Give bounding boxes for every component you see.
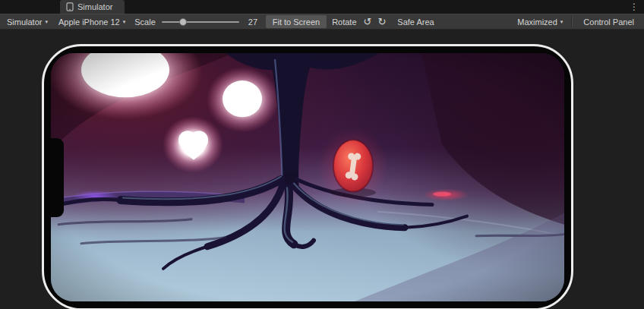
simulated-screen[interactable] [51,53,564,301]
toolbar-separator [571,17,572,27]
window-mode-dropdown[interactable]: Maximized ▾ [512,14,568,29]
scale-slider-track [162,21,239,23]
rotate-ccw-icon[interactable]: ↺ [361,14,375,29]
control-panel-button[interactable]: Control Panel [576,15,641,28]
window-menu-icon[interactable]: ⋮ [624,0,644,14]
game-scene [51,53,564,301]
scale-slider[interactable] [162,14,239,29]
rotate-cw-icon[interactable]: ↻ [374,14,389,29]
scale-label: Scale [131,17,159,27]
device-dropdown-label: Apple iPhone 12 [58,17,120,27]
scale-value: 27 [242,17,264,27]
device-dropdown[interactable]: Apple iPhone 12 ▾ [53,14,131,29]
safe-area-button[interactable]: Safe Area [390,15,440,28]
device-icon [66,2,74,11]
chevron-down-icon: ▾ [123,19,126,25]
window-mode-label: Maximized [517,17,557,27]
iphone-12-frame [42,44,573,309]
chevron-down-icon: ▾ [560,19,564,25]
unity-simulator-window: Simulator ⋮ Simulator ▾ Apple iPhone 12 … [0,0,644,309]
simulator-mode-label: Simulator [7,17,42,27]
simulator-mode-dropdown[interactable]: Simulator ▾ [2,14,53,29]
chevron-down-icon: ▾ [45,19,48,25]
simulator-toolbar: Simulator ▾ Apple iPhone 12 ▾ Scale 27 F… [0,14,644,30]
rotate-label: Rotate [328,17,360,27]
fit-to-screen-button[interactable]: Fit to Screen [266,15,327,28]
scale-slider-knob[interactable] [179,18,187,26]
tab-bar: Simulator ⋮ [0,0,644,14]
tab-label: Simulator [77,2,112,11]
iphone-notch [51,138,64,217]
game-viewport [0,30,644,309]
tab-simulator[interactable]: Simulator [60,0,125,14]
